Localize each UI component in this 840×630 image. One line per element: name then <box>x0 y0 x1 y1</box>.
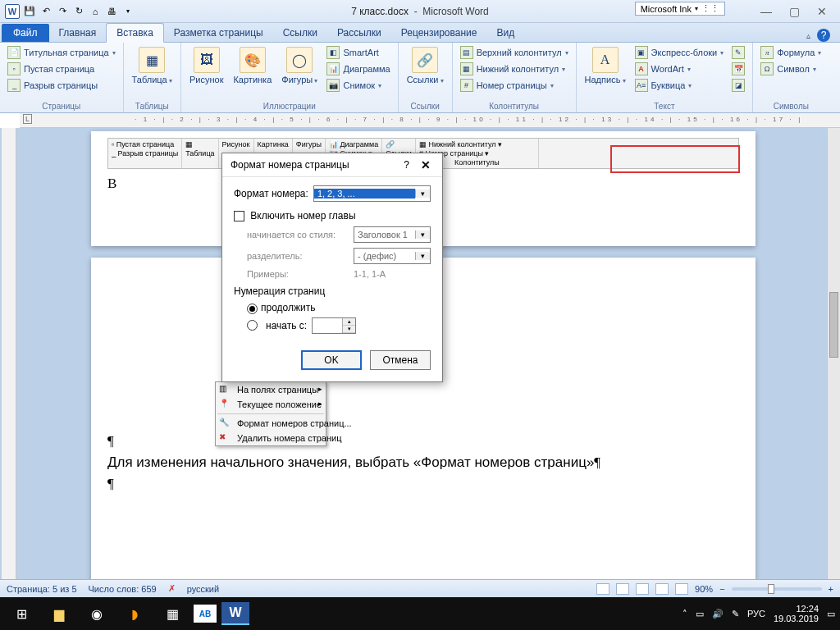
help-icon[interactable]: ? <box>817 29 830 42</box>
tab-view[interactable]: Вид <box>486 24 524 42</box>
word-icon: W <box>5 4 20 19</box>
status-language[interactable]: русский <box>187 584 219 594</box>
maximize-icon[interactable]: ▢ <box>786 5 802 18</box>
table-button[interactable]: ▦Таблица <box>129 45 176 87</box>
header-button[interactable]: ▤Верхний колонтитул <box>458 45 571 60</box>
ctx-current-position[interactable]: 📍Текущее положение <box>216 397 326 412</box>
page-number-button[interactable]: #Номер страницы <box>458 78 571 93</box>
tray-notifications-icon[interactable]: ▭ <box>827 609 835 619</box>
tab-insert[interactable]: Вставка <box>106 23 164 43</box>
equation-button[interactable]: πФормула <box>758 45 824 60</box>
ctx-remove-page-numbers[interactable]: ✖Удалить номера страниц <box>216 431 326 445</box>
view-web-icon[interactable] <box>636 583 649 595</box>
tab-review[interactable]: Рецензирование <box>391 24 487 42</box>
ctx-page-margins[interactable]: ▥На полях страницы <box>216 382 326 397</box>
start-at-spinner[interactable]: ▴▾ <box>312 317 356 334</box>
links-button[interactable]: 🔗Ссылки <box>404 45 447 87</box>
tab-home[interactable]: Главная <box>49 24 107 42</box>
tray-volume-icon[interactable]: 🔊 <box>712 609 724 619</box>
textbox-button[interactable]: AНадпись <box>582 45 629 87</box>
zoom-slider[interactable] <box>732 587 822 591</box>
shapes-button[interactable]: ◯Фигуры <box>278 45 321 87</box>
window-controls: — ▢ ✕ <box>758 5 840 18</box>
blank-page-button[interactable]: ▫Пустая страница <box>5 62 118 76</box>
horizontal-ruler[interactable]: L · 1 · | · 2 · | · 3 · | · 4 · | · 5 · … <box>20 113 840 128</box>
dropcap-button[interactable]: A≡Буквица <box>632 78 727 93</box>
object-icon[interactable]: ◪ <box>729 78 747 93</box>
include-chapter-checkbox[interactable] <box>234 211 244 221</box>
status-bar: Страница: 5 из 5 Число слов: 659 ✗ русск… <box>0 579 840 597</box>
taskbar-calc-icon[interactable]: ▦ <box>156 600 189 627</box>
status-proofing-icon[interactable]: ✗ <box>168 583 176 594</box>
status-word-count[interactable]: Число слов: 659 <box>89 584 157 594</box>
taskbar-chrome-icon[interactable]: ◉ <box>80 600 113 627</box>
document-paragraph-mark: ¶ <box>107 433 739 450</box>
qat-more-icon[interactable]: ▾ <box>121 5 135 18</box>
tray-network-icon[interactable]: ▭ <box>696 609 704 619</box>
screenshot-button[interactable]: 📷Снимок <box>324 78 392 93</box>
save-icon[interactable]: 💾 <box>23 5 36 18</box>
print-icon[interactable]: 🖶 <box>105 5 118 18</box>
redo-icon[interactable]: ↷ <box>56 5 69 18</box>
tab-references[interactable]: Ссылки <box>273 24 327 42</box>
zoom-level[interactable]: 90% <box>695 584 713 594</box>
page-break-button[interactable]: ⎯Разрыв страницы <box>5 78 118 93</box>
scrollbar-thumb[interactable] <box>829 292 838 358</box>
number-format-combo[interactable]: 1, 2, 3, ...▾ <box>313 185 431 202</box>
tab-selector[interactable]: L <box>23 114 32 124</box>
tray-language[interactable]: РУС <box>747 609 765 619</box>
undo-icon[interactable]: ↶ <box>39 5 52 18</box>
datetime-icon[interactable]: 📅 <box>729 62 747 76</box>
smartart-button[interactable]: ◧SmartArt <box>324 45 392 60</box>
quickparts-button[interactable]: ▣Экспресс-блоки <box>632 45 727 60</box>
cancel-button[interactable]: Отмена <box>370 350 431 370</box>
start-button[interactable]: ⊞ <box>5 600 38 627</box>
tab-file[interactable]: Файл <box>2 24 49 42</box>
clipart-button[interactable]: 🎨Картинка <box>230 45 275 86</box>
title-page-button[interactable]: 📄Титульная страница <box>5 45 118 60</box>
minimize-ribbon-icon[interactable]: ▵ <box>806 31 810 40</box>
tab-mailings[interactable]: Рассылки <box>327 24 391 42</box>
zoom-out-icon[interactable]: − <box>719 584 724 594</box>
number-format-label: Формат номера: <box>234 188 308 199</box>
view-print-layout-icon[interactable] <box>596 583 609 595</box>
view-outline-icon[interactable] <box>655 583 669 595</box>
chart-button[interactable]: 📊Диаграмма <box>324 62 392 76</box>
minimize-icon[interactable]: — <box>758 5 774 18</box>
ctx-format-page-numbers[interactable]: 🔧Формат номеров страниц... <box>216 416 326 431</box>
vertical-ruler[interactable] <box>2 128 16 597</box>
group-tables: ▦Таблица Таблицы <box>124 43 181 112</box>
close-icon[interactable]: ✕ <box>814 5 830 18</box>
tray-input-icon[interactable]: ✎ <box>732 609 739 619</box>
taskbar-app2-icon[interactable]: АВ <box>194 605 217 623</box>
status-page[interactable]: Страница: 5 из 5 <box>7 584 77 594</box>
wordart-button[interactable]: AWordArt <box>632 62 727 76</box>
vertical-scrollbar[interactable] <box>827 128 840 597</box>
taskbar-clock[interactable]: 12:2419.03.2019 <box>774 604 819 623</box>
system-tray[interactable]: ˄ ▭ 🔊 ✎ РУС 12:2419.03.2019 ▭ <box>682 604 835 623</box>
group-headerfooter: ▤Верхний колонтитул ▦Нижний колонтитул #… <box>453 43 577 112</box>
signature-icon[interactable]: ✎ <box>729 45 747 60</box>
group-text: AНадпись ▣Экспресс-блоки AWordArt A≡Букв… <box>577 43 754 112</box>
home-icon[interactable]: ⌂ <box>89 5 102 18</box>
footer-button[interactable]: ▦Нижний колонтитул <box>458 62 571 76</box>
picture-button[interactable]: 🖼Рисунок <box>186 45 227 86</box>
view-fullscreen-icon[interactable] <box>616 583 629 595</box>
symbol-button[interactable]: ΩСимвол <box>758 62 824 76</box>
taskbar-word-icon[interactable]: W <box>221 602 249 625</box>
zoom-in-icon[interactable]: + <box>829 584 833 594</box>
continue-radio[interactable] <box>247 304 258 314</box>
start-at-radio[interactable] <box>247 320 258 331</box>
taskbar-app1-icon[interactable]: ◗ <box>118 600 151 627</box>
dialog-help-icon[interactable]: ? <box>404 159 409 171</box>
tab-layout[interactable]: Разметка страницы <box>164 24 273 42</box>
tray-chevron-icon[interactable]: ˄ <box>682 609 687 619</box>
microsoft-ink-button[interactable]: Microsoft Ink▾⋮⋮ <box>635 2 725 16</box>
view-draft-icon[interactable] <box>675 583 688 595</box>
ok-button[interactable]: OK <box>301 350 362 370</box>
taskbar-explorer-icon[interactable]: ▆ <box>43 600 75 627</box>
refresh-icon[interactable]: ↻ <box>72 5 85 18</box>
page-number-context-menu: ▥На полях страницы 📍Текущее положение 🔧Ф… <box>215 381 326 446</box>
dialog-titlebar[interactable]: Формат номера страницы ? ✕ <box>222 153 442 177</box>
dialog-close-icon[interactable]: ✕ <box>418 158 434 171</box>
